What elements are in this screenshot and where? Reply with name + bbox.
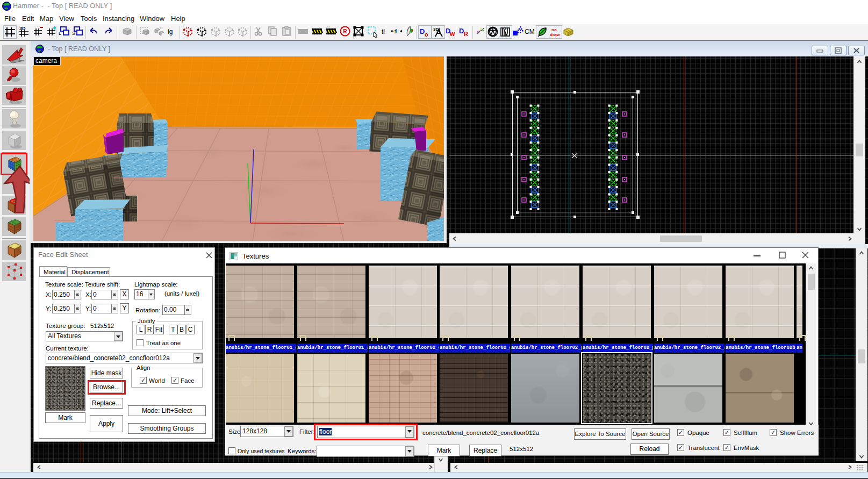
svg-text:CM: CM bbox=[525, 28, 535, 35]
svg-text:no: no bbox=[551, 27, 557, 32]
svg-text:D: D bbox=[420, 27, 425, 35]
svg-text:o: o bbox=[425, 31, 428, 38]
svg-text:tl: tl bbox=[382, 28, 385, 35]
svg-text:ig: ig bbox=[168, 28, 173, 35]
svg-text:w: w bbox=[449, 30, 455, 38]
svg-text:draw: draw bbox=[550, 32, 560, 37]
svg-text:D: D bbox=[459, 27, 464, 35]
svg-text:tl: tl bbox=[394, 28, 397, 34]
svg-text:R: R bbox=[343, 28, 348, 34]
svg-text:R: R bbox=[464, 31, 468, 37]
